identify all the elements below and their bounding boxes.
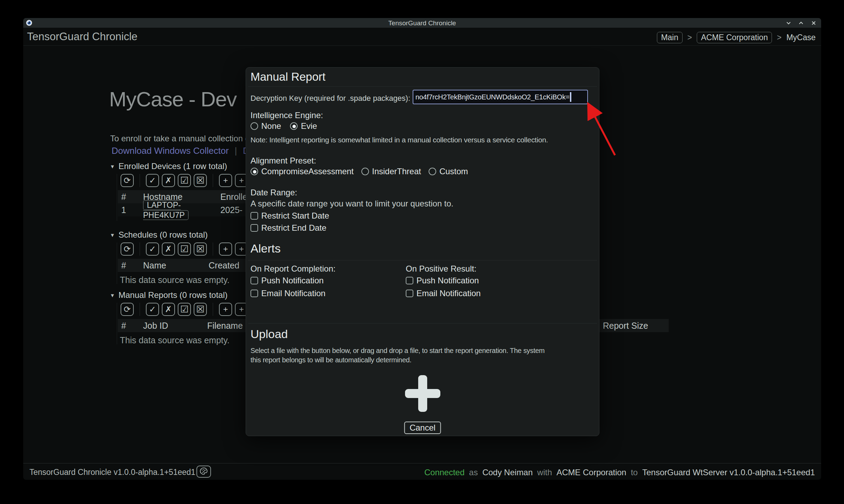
app-title: TensorGuard Chronicle	[27, 30, 138, 43]
select-all-button[interactable]: ☑	[178, 174, 191, 187]
modal-divider	[248, 323, 597, 324]
toolbar-divider	[140, 242, 140, 256]
refresh-button[interactable]: ⟳	[121, 174, 134, 187]
radio-label: CompromiseAssessment	[261, 167, 354, 176]
crossed-box-icon: ☒	[196, 175, 204, 186]
breadcrumb-org[interactable]: ACME Corporation	[697, 32, 772, 43]
checkbox-restrict-end-date[interactable]: Restrict End Date	[250, 223, 326, 233]
radio-custom[interactable]: Custom	[429, 167, 468, 176]
date-range-description: A specific date range you want to limit …	[250, 199, 454, 209]
breadcrumb-main[interactable]: Main	[657, 32, 683, 43]
download-windows-collector-link[interactable]: Download Windows Collector	[112, 145, 229, 156]
status-bar: TensorGuard Chronicle v1.0.0-alpha.1+51e…	[23, 463, 821, 480]
checkbox-label: Email Notification	[261, 289, 325, 298]
refresh-button[interactable]: ⟳	[121, 242, 134, 256]
checkbox-positive-push[interactable]: Push Notification	[406, 276, 479, 285]
checked-box-icon: ☑	[180, 244, 188, 255]
checkbox-positive-email[interactable]: Email Notification	[406, 289, 481, 298]
completion-email-row: Email Notification	[250, 289, 325, 298]
column-header: Report Size	[603, 321, 648, 331]
alignment-preset-options: CompromiseAssessment InsiderThreat Custo…	[250, 167, 468, 176]
window-titlebar[interactable]: TensorGuard Chronicle	[23, 18, 821, 28]
positive-email-row: Email Notification	[406, 289, 481, 298]
column-header: #	[118, 192, 143, 202]
checkbox-label: Email Notification	[416, 289, 481, 298]
radio-label: None	[261, 121, 281, 131]
collapse-toggle-icon[interactable]: ▼	[110, 232, 115, 238]
checkbox-completion-email[interactable]: Email Notification	[250, 289, 325, 298]
cross-icon: ✗	[165, 244, 172, 254]
check-icon: ✓	[149, 244, 156, 254]
close-button[interactable]	[810, 20, 817, 26]
reject-button[interactable]: ✗	[162, 174, 175, 187]
add-button[interactable]: +	[219, 303, 232, 316]
crossed-box-icon: ☒	[196, 304, 204, 315]
select-all-button[interactable]: ☑	[178, 242, 191, 256]
collapse-toggle-icon[interactable]: ▼	[110, 163, 115, 169]
approve-button[interactable]: ✓	[146, 242, 159, 256]
cancel-button[interactable]: Cancel	[404, 422, 441, 434]
section-title: Enrolled Devices (1 row total)	[118, 161, 227, 171]
radio-insider-threat[interactable]: InsiderThreat	[361, 167, 421, 176]
page-intro-text: To enroll or take a manual collection of	[110, 134, 252, 143]
refresh-button[interactable]: ⟳	[121, 303, 134, 316]
hostname-link[interactable]: LAPTOP-PHE4KU7P	[143, 200, 188, 220]
checkbox-icon	[250, 290, 258, 297]
select-all-button[interactable]: ☑	[178, 303, 191, 316]
column-header: Name	[143, 260, 209, 271]
collapse-toggle-icon[interactable]: ▼	[110, 292, 115, 298]
engine-note: Note: Intelligent reporting is somewhat …	[250, 136, 548, 144]
theme-button[interactable]	[196, 466, 211, 478]
app-window: TensorGuard Chronicle TensorGuard Chroni…	[23, 18, 821, 480]
add-button[interactable]: +	[219, 242, 232, 256]
approve-button[interactable]: ✓	[146, 174, 159, 187]
approve-button[interactable]: ✓	[146, 303, 159, 316]
checkbox-restrict-start-date[interactable]: Restrict Start Date	[250, 211, 329, 221]
checkbox-icon	[250, 224, 258, 232]
plus-icon	[405, 389, 440, 398]
date-range-label: Date Range:	[250, 188, 297, 197]
page-title: MyCase - Dev	[109, 87, 237, 111]
column-header: Created	[209, 260, 239, 271]
radio-compromise-assessment[interactable]: CompromiseAssessment	[250, 167, 354, 176]
column-header: #	[118, 321, 143, 331]
maximize-button[interactable]	[798, 20, 805, 26]
checkbox-label: Restrict Start Date	[261, 211, 329, 221]
checkbox-label: Restrict End Date	[261, 223, 326, 233]
checkbox-completion-push[interactable]: Push Notification	[250, 276, 324, 285]
current-user: Cody Neiman	[482, 468, 533, 477]
plus-icon: +	[223, 304, 228, 314]
toolbar-divider	[213, 303, 213, 316]
radio-label: Evie	[301, 121, 317, 131]
connected-badge: Connected	[424, 468, 465, 477]
radio-engine-none[interactable]: None	[250, 121, 281, 131]
plus-icon: +	[223, 176, 228, 185]
refresh-icon: ⟳	[124, 244, 131, 254]
alerts-heading: Alerts	[250, 242, 281, 255]
upload-file-button[interactable]	[405, 375, 440, 412]
alignment-preset-label: Alignment Preset:	[250, 156, 316, 166]
reject-button[interactable]: ✗	[162, 242, 175, 256]
reject-button[interactable]: ✗	[162, 303, 175, 316]
deselect-all-button[interactable]: ☒	[194, 303, 207, 316]
radio-selected-icon	[290, 122, 298, 130]
column-header: #	[118, 260, 143, 271]
radio-engine-evie[interactable]: Evie	[290, 121, 317, 131]
minimize-button[interactable]	[785, 20, 792, 26]
decryption-key-value: no4f7rcH2TekBnjtGzoEUNWDdskoO2_E1cKiBOk=	[415, 93, 570, 101]
add-button[interactable]: +	[219, 174, 232, 187]
deselect-all-button[interactable]: ☒	[194, 242, 207, 256]
window-title: TensorGuard Chronicle	[23, 19, 821, 27]
check-icon: ✓	[149, 304, 156, 314]
breadcrumb: Main > ACME Corporation > MyCase	[657, 32, 816, 43]
decryption-key-input[interactable]: no4f7rcH2TekBnjtGzoEUNWDdskoO2_E1cKiBOk=	[413, 90, 588, 104]
toolbar-divider	[213, 174, 213, 187]
checkbox-icon	[250, 277, 258, 284]
modal-divider	[248, 260, 597, 260]
radio-icon	[361, 168, 369, 175]
modal-title: Manual Report	[250, 70, 325, 83]
intelligence-engine-label: Intelligence Engine:	[250, 110, 323, 120]
section-guide-line	[117, 174, 117, 221]
desktop: TensorGuard Chronicle TensorGuard Chroni…	[0, 0, 844, 504]
deselect-all-button[interactable]: ☒	[194, 174, 207, 187]
